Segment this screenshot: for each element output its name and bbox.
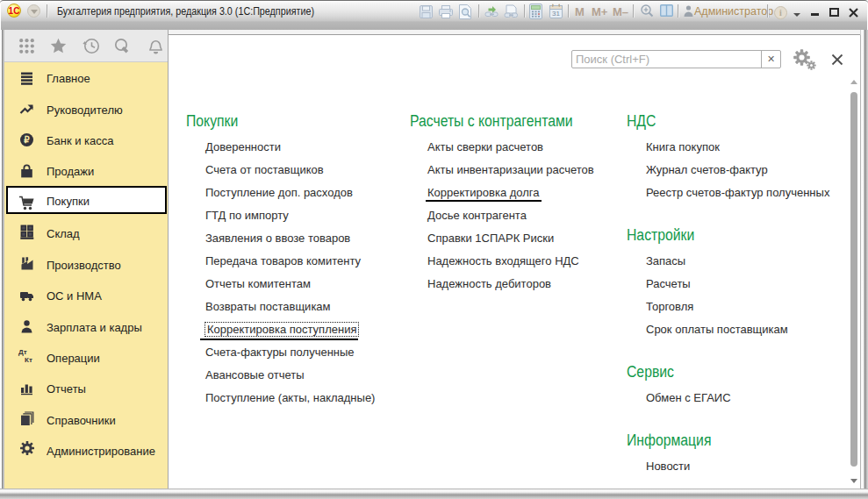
svg-text:i: i [779, 8, 782, 18]
svg-text:₽: ₽ [24, 135, 30, 145]
svg-text:31: 31 [552, 10, 560, 18]
